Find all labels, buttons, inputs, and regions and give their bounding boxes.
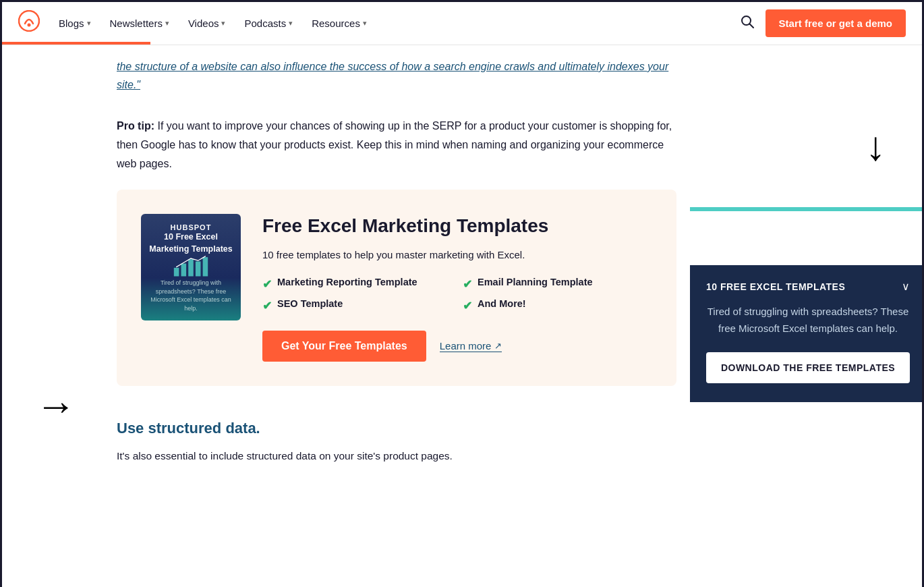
main-content: the structure of a website can also infl… (110, 45, 676, 587)
nav-item-videos[interactable]: Videos ▾ (188, 18, 226, 29)
navigation: Blogs ▾ Newsletters ▾ Videos ▾ Podcasts … (2, 2, 922, 45)
svg-rect-5 (181, 264, 187, 277)
book-hubspot-label: HUBSPOT (171, 223, 212, 231)
structured-section-heading: Use structured data. (117, 420, 676, 437)
feature-label-4: And More! (478, 298, 526, 309)
feature-item-2: ✔ Email Planning Template (463, 277, 649, 291)
structured-section-body: It's also essential to include structure… (117, 447, 676, 465)
cta-subtext: 10 free templates to help you master mar… (262, 247, 649, 263)
svg-point-1 (28, 24, 31, 27)
feature-label-1: Marketing Reporting Template (277, 277, 417, 287)
sticky-widget-container: 10 FREE EXCEL TEMPLATES ∨ Tired of strug… (690, 207, 924, 402)
cta-card-content: Free Excel Marketing Templates 10 free t… (262, 214, 649, 362)
nav-item-podcasts[interactable]: Podcasts ▾ (244, 18, 293, 29)
hubspot-logo[interactable] (18, 10, 40, 36)
book-cover: HUBSPOT 10 Free Excel Marketing Template… (141, 214, 241, 320)
nav-item-blogs[interactable]: Blogs ▾ (59, 18, 91, 29)
svg-rect-4 (174, 268, 179, 277)
chevron-icon: ▾ (87, 19, 91, 28)
check-icon-1: ✔ (262, 277, 272, 291)
nav-item-newsletters[interactable]: Newsletters ▾ (110, 18, 169, 29)
svg-line-3 (749, 24, 753, 28)
feature-label-2: Email Planning Template (478, 277, 593, 287)
feature-item-4: ✔ And More! (463, 298, 649, 313)
right-panel: ↓ 10 FREE EXCEL TEMPLATES ∨ Tired of str… (676, 45, 924, 587)
pro-tip-label: Pro tip: (117, 120, 154, 132)
chevron-icon: ▾ (289, 19, 293, 28)
feature-label-3: SEO Template (277, 298, 343, 309)
chevron-icon: ▾ (221, 19, 225, 28)
left-arrow-area: → (2, 45, 110, 587)
down-arrow-icon: ↓ (865, 123, 886, 169)
cta-features-list: ✔ Marketing Reporting Template ✔ Email P… (262, 277, 649, 313)
chevron-icon: ▾ (165, 19, 169, 28)
right-arrow-icon: → (36, 386, 76, 426)
quote-section: the structure of a website can also infl… (117, 45, 676, 107)
feature-item-3: ✔ SEO Template (262, 298, 449, 313)
book-subtitle: Tired of struggling with spreadsheets? T… (148, 279, 234, 312)
widget-chevron-icon[interactable]: ∨ (902, 280, 910, 293)
get-templates-button[interactable]: Get Your Free Templates (262, 331, 426, 362)
cta-heading: Free Excel Marketing Templates (262, 214, 649, 237)
svg-rect-6 (188, 260, 194, 277)
pro-tip-text: Pro tip: If you want to improve your cha… (117, 117, 676, 173)
cta-actions: Get Your Free Templates Learn more ↗ (262, 331, 649, 362)
pro-tip-body: If you want to improve your chances of s… (117, 120, 672, 169)
nav-item-resources[interactable]: Resources ▾ (312, 18, 367, 29)
svg-point-0 (19, 11, 39, 31)
svg-rect-8 (203, 258, 208, 277)
pro-tip-section: Pro tip: If you want to improve your cha… (117, 107, 676, 190)
cta-card: HUBSPOT 10 Free Excel Marketing Template… (117, 190, 676, 386)
widget-body: Tired of struggling with spreadsheets? T… (706, 304, 910, 337)
check-icon-2: ✔ (463, 277, 472, 291)
widget-top-bar (690, 207, 924, 211)
quote-text: the structure of a website can also infl… (117, 57, 676, 94)
start-free-button[interactable]: Start free or get a demo (766, 9, 906, 37)
book-title: 10 Free Excel Marketing Templates (148, 231, 234, 255)
widget-header: 10 FREE EXCEL TEMPLATES ∨ (706, 280, 910, 293)
book-chart-graphic (161, 255, 221, 279)
feature-item-1: ✔ Marketing Reporting Template (262, 277, 449, 291)
sticky-widget: 10 FREE EXCEL TEMPLATES ∨ Tired of strug… (690, 265, 924, 402)
search-button[interactable] (740, 14, 755, 32)
check-icon-3: ✔ (262, 299, 272, 313)
check-icon-4: ✔ (463, 299, 472, 313)
structured-data-section: Use structured data. It's also essential… (117, 413, 676, 465)
svg-rect-7 (196, 262, 201, 277)
nav-accent-bar (2, 42, 150, 45)
down-arrow-area: ↓ (865, 45, 924, 167)
download-templates-button[interactable]: DOWNLOAD THE FREE TEMPLATES (706, 352, 910, 383)
external-link-icon: ↗ (494, 341, 502, 351)
learn-more-link[interactable]: Learn more ↗ (440, 340, 502, 352)
widget-title: 10 FREE EXCEL TEMPLATES (706, 281, 845, 292)
chevron-icon: ▾ (363, 19, 367, 28)
